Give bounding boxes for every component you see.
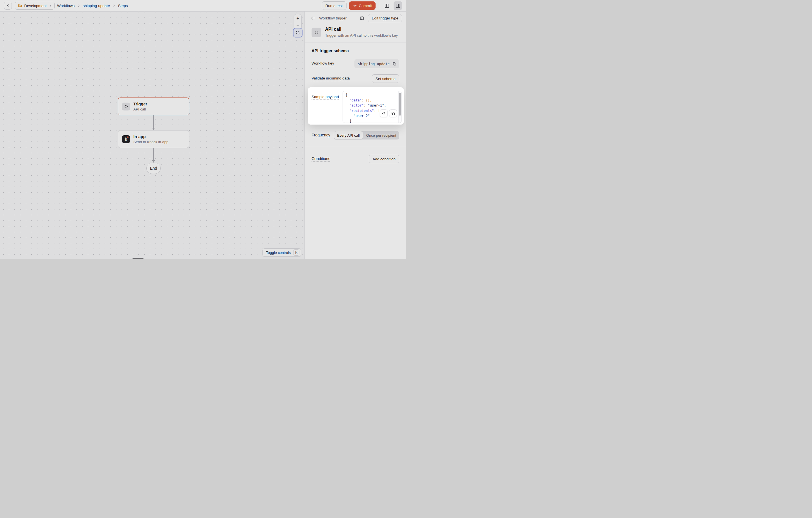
- frequency-option-once-per-recipient[interactable]: Once per recipient: [363, 131, 399, 140]
- edit-payload-button[interactable]: [380, 109, 388, 117]
- toggle-left-panel-button[interactable]: [383, 1, 391, 10]
- trigger-node[interactable]: Trigger API call: [118, 97, 189, 115]
- toolbar-divider: [379, 3, 379, 9]
- app-window: Development Workflows shipping-update St…: [0, 0, 406, 259]
- workflow-key-value: shipping-update: [354, 59, 399, 68]
- inapp-node[interactable]: k In-app Send to Knock in-app: [118, 130, 189, 148]
- schema-section-heading: API trigger schema: [312, 49, 399, 53]
- editor-scrollbar: [398, 91, 402, 123]
- inapp-node-title: In-app: [133, 134, 168, 140]
- zoom-controls: + −: [294, 14, 302, 29]
- breadcrumb-workflows[interactable]: Workflows: [57, 4, 75, 8]
- book-icon: [359, 16, 364, 21]
- sample-payload-code: { "data": {}, "actor": "user-1", "recipi…: [343, 91, 398, 123]
- breadcrumb: Development Workflows shipping-update St…: [14, 2, 128, 9]
- toggle-controls-button[interactable]: Toggle controls K: [262, 248, 301, 257]
- code-icon: [382, 111, 386, 115]
- bottom-peek-element: [133, 258, 144, 259]
- chevron-right-icon: [49, 4, 52, 7]
- breadcrumb-steps[interactable]: Steps: [118, 4, 128, 8]
- workflow-canvas[interactable]: + − Trigger API call k In-app: [0, 11, 304, 259]
- edit-trigger-type-button[interactable]: Edit trigger type: [368, 14, 402, 22]
- sample-payload-spotlight: Sample payload { "data": {}, "actor": "u…: [308, 87, 404, 125]
- panel-title: Workflow trigger: [319, 16, 347, 20]
- frequency-row: Frequency Every API call Once per recipi…: [305, 131, 406, 140]
- panel-back-button[interactable]: [309, 14, 317, 22]
- panel-left-icon: [384, 3, 390, 8]
- end-node[interactable]: End: [146, 163, 161, 174]
- fit-view-icon: [295, 30, 300, 35]
- breadcrumb-environment: Development: [24, 4, 47, 8]
- section-divider: [305, 147, 406, 147]
- set-schema-button[interactable]: Set schema: [372, 74, 399, 83]
- docs-button[interactable]: [358, 14, 366, 22]
- trigger-node-subtitle: API call: [133, 107, 147, 112]
- section-divider: [305, 42, 406, 43]
- conditions-label: Conditions: [312, 156, 330, 162]
- zoom-in-button[interactable]: +: [294, 14, 301, 22]
- validate-row: Validate incoming data Set schema: [305, 74, 406, 83]
- copy-workflow-key-button[interactable]: [392, 62, 397, 66]
- sample-payload-label: Sample payload: [312, 95, 339, 100]
- chevron-left-icon: [6, 4, 10, 8]
- copy-icon: [392, 62, 397, 66]
- edge-connector: [152, 148, 155, 163]
- code-icon: [122, 102, 130, 111]
- trigger-node-title: Trigger: [133, 101, 147, 107]
- trigger-type-description: Trigger with an API call to this workflo…: [325, 33, 398, 37]
- frequency-label: Frequency: [312, 133, 330, 138]
- commit-button[interactable]: Commit: [349, 1, 376, 10]
- chevron-right-icon: [113, 4, 116, 7]
- trigger-settings-panel: Workflow trigger Edit trigger type API c…: [304, 11, 406, 259]
- fit-view-button[interactable]: [293, 28, 302, 37]
- editor-scrollbar-thumb[interactable]: [399, 93, 401, 116]
- trigger-type-title: API call: [325, 27, 398, 32]
- code-icon: [312, 28, 321, 37]
- workflow-key-row: Workflow key shipping-update: [305, 59, 406, 68]
- sample-payload-editor[interactable]: { "data": {}, "actor": "user-1", "recipi…: [343, 91, 402, 123]
- environment-switcher[interactable]: Development: [14, 2, 55, 9]
- workflow-key-label: Workflow key: [312, 61, 334, 66]
- edge-connector: [152, 115, 155, 130]
- frequency-segmented-control: Every API call Once per recipient: [334, 131, 399, 140]
- copy-icon: [391, 111, 395, 116]
- folder-icon: [18, 3, 22, 8]
- git-commit-icon: [353, 4, 357, 8]
- validate-label: Validate incoming data: [312, 76, 350, 81]
- copy-payload-button[interactable]: [389, 109, 397, 117]
- trigger-type-summary: API call Trigger with an API call to thi…: [305, 25, 406, 42]
- frequency-option-every-api-call[interactable]: Every API call: [334, 131, 363, 140]
- add-condition-button[interactable]: Add condition: [369, 155, 399, 163]
- toggle-right-panel-button[interactable]: [394, 1, 402, 10]
- arrow-left-icon: [311, 16, 315, 20]
- knock-logo-icon: k: [122, 135, 130, 143]
- conditions-row: Conditions Add condition: [305, 155, 406, 163]
- breadcrumb-workflow-key[interactable]: shipping-update: [83, 4, 110, 8]
- back-button[interactable]: [4, 2, 12, 9]
- top-bar: Development Workflows shipping-update St…: [0, 0, 406, 11]
- panel-right-icon: [395, 3, 401, 8]
- chevron-right-icon: [77, 4, 80, 7]
- inapp-node-subtitle: Send to Knock in-app: [133, 140, 168, 144]
- run-test-button[interactable]: Run a test: [322, 1, 347, 10]
- panel-header: Workflow trigger Edit trigger type: [305, 11, 406, 25]
- keyboard-shortcut-badge: K: [293, 249, 299, 255]
